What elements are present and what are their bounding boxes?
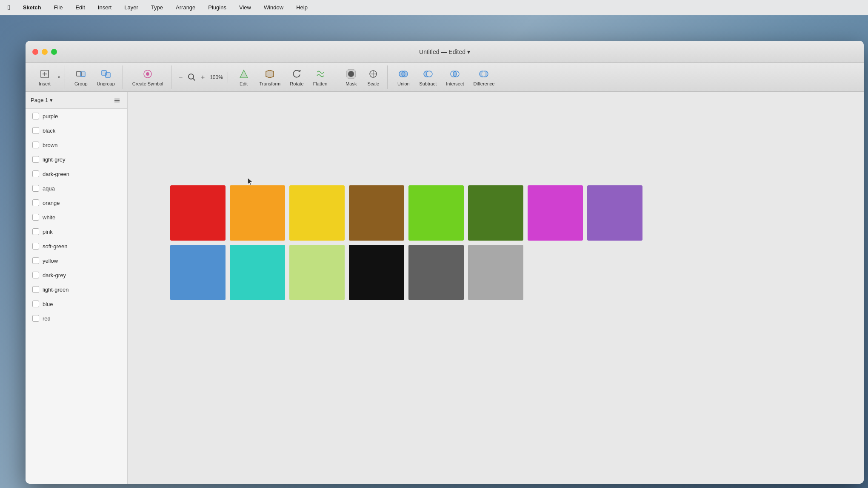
zoom-plus-button[interactable]: + xyxy=(199,73,207,82)
layer-item-red[interactable]: red xyxy=(26,311,127,326)
layer-checkbox-light-grey[interactable] xyxy=(32,156,39,163)
layer-name-dark-grey: dark-grey xyxy=(43,272,66,278)
swatch-pink[interactable] xyxy=(528,185,583,241)
swatch-black[interactable] xyxy=(349,245,404,300)
toolbar-group-edit: Edit Transform xyxy=(230,65,336,89)
insert-dropdown-arrow[interactable]: ▾ xyxy=(56,75,61,79)
layer-checkbox-brown[interactable] xyxy=(32,142,39,148)
layer-checkbox-purple[interactable] xyxy=(32,113,39,119)
window-menu[interactable]: Window xyxy=(261,3,286,11)
ungroup-button[interactable]: Ungroup xyxy=(93,65,119,89)
layer-item-purple[interactable]: purple xyxy=(26,109,127,123)
toolbar-group-insert: Insert ▾ xyxy=(31,65,65,89)
svg-point-18 xyxy=(402,71,408,77)
layer-item-aqua[interactable]: aqua xyxy=(26,181,127,196)
svg-point-13 xyxy=(348,71,354,77)
mask-button[interactable]: Mask xyxy=(340,65,362,89)
layer-checkbox-yellow[interactable] xyxy=(32,257,39,264)
edit-button[interactable]: Edit xyxy=(233,65,254,89)
difference-button[interactable]: Difference xyxy=(469,65,499,89)
intersect-button[interactable]: Intersect xyxy=(442,65,468,89)
transform-button[interactable]: Transform xyxy=(255,65,285,89)
layer-item-soft-green[interactable]: soft-green xyxy=(26,239,127,253)
layer-item-blue[interactable]: blue xyxy=(26,297,127,311)
toolbar: Insert ▾ Group xyxy=(26,63,864,92)
plugins-menu[interactable]: Plugins xyxy=(206,3,229,11)
swatch-dark-green[interactable] xyxy=(468,185,523,241)
swatch-yellow[interactable] xyxy=(289,185,345,241)
layer-checkbox-orange[interactable] xyxy=(32,199,39,206)
scale-button[interactable]: Scale xyxy=(363,65,384,89)
canvas-area[interactable] xyxy=(128,92,864,484)
layer-checkbox-blue[interactable] xyxy=(32,301,39,307)
swatch-orange[interactable] xyxy=(230,185,285,241)
subtract-button[interactable]: Subtract xyxy=(415,65,441,89)
layer-item-white[interactable]: white xyxy=(26,210,127,224)
layer-item-pink[interactable]: pink xyxy=(26,224,127,239)
close-button[interactable] xyxy=(32,49,38,55)
subtract-icon xyxy=(422,68,434,80)
rotate-button[interactable]: Rotate xyxy=(286,65,308,89)
difference-icon xyxy=(478,68,490,80)
layer-checkbox-pink[interactable] xyxy=(32,228,39,235)
layer-item-black[interactable]: black xyxy=(26,123,127,138)
layer-checkbox-soft-green[interactable] xyxy=(32,243,39,250)
create-symbol-button[interactable]: Create Symbol xyxy=(128,65,168,89)
file-menu[interactable]: File xyxy=(51,3,65,11)
layer-list: purple black brown light-grey xyxy=(26,109,127,484)
page-selector[interactable]: Page 1 ▾ xyxy=(31,97,53,103)
window-controls xyxy=(32,49,57,55)
swatch-brown[interactable] xyxy=(349,185,404,241)
arrange-menu[interactable]: Arrange xyxy=(173,3,198,11)
sidebar-menu-button[interactable] xyxy=(112,95,122,105)
layer-item-light-grey[interactable]: light-grey xyxy=(26,152,127,167)
edit-icon xyxy=(238,68,250,80)
type-menu[interactable]: Type xyxy=(148,3,166,11)
search-icon xyxy=(187,72,197,82)
group-button[interactable]: Group xyxy=(70,65,92,89)
swatch-blue[interactable] xyxy=(170,245,226,300)
menubar:  Sketch File Edit Insert Layer Type Arr… xyxy=(0,0,868,15)
layer-checkbox-dark-grey[interactable] xyxy=(32,272,39,278)
edit-menu[interactable]: Edit xyxy=(73,3,87,11)
layer-item-dark-green[interactable]: dark-green xyxy=(26,167,127,181)
ungroup-icon xyxy=(100,68,112,80)
swatch-red[interactable] xyxy=(170,185,226,241)
swatch-lime[interactable] xyxy=(408,185,464,241)
layer-checkbox-red[interactable] xyxy=(32,315,39,322)
apple-menu[interactable]:  xyxy=(5,3,13,12)
insert-icon xyxy=(39,68,51,80)
insert-button[interactable]: Insert xyxy=(34,65,55,89)
layer-checkbox-white[interactable] xyxy=(32,214,39,221)
swatch-light-grey[interactable] xyxy=(468,245,523,300)
help-menu[interactable]: Help xyxy=(294,3,310,11)
layer-item-dark-grey[interactable]: dark-grey xyxy=(26,268,127,282)
window-title: Untitled — Edited ▾ xyxy=(419,48,470,55)
layer-checkbox-light-green[interactable] xyxy=(32,286,39,293)
layer-item-brown[interactable]: brown xyxy=(26,138,127,152)
layer-menu[interactable]: Layer xyxy=(122,3,141,11)
swatch-light-green[interactable] xyxy=(289,245,345,300)
layer-checkbox-dark-green[interactable] xyxy=(32,170,39,177)
view-menu[interactable]: View xyxy=(237,3,254,11)
maximize-button[interactable] xyxy=(51,49,57,55)
layer-name-brown: brown xyxy=(43,142,57,148)
layer-item-orange[interactable]: orange xyxy=(26,196,127,210)
swatch-aqua[interactable] xyxy=(230,245,285,300)
minimize-button[interactable] xyxy=(42,49,48,55)
zoom-minus-button[interactable]: − xyxy=(177,73,185,82)
insert-menu[interactable]: Insert xyxy=(95,3,114,11)
layer-checkbox-black[interactable] xyxy=(32,127,39,134)
union-button[interactable]: Union xyxy=(393,65,414,89)
layer-checkbox-aqua[interactable] xyxy=(32,185,39,192)
layer-item-light-green[interactable]: light-green xyxy=(26,282,127,297)
svg-rect-6 xyxy=(106,73,110,77)
flatten-button[interactable]: Flatten xyxy=(309,65,332,89)
sketch-menu[interactable]: Sketch xyxy=(20,3,44,11)
toolbar-group-mask: Mask Scale xyxy=(337,65,388,89)
swatch-dark-grey[interactable] xyxy=(408,245,464,300)
sidebar-header: Page 1 ▾ xyxy=(26,92,127,109)
layer-item-yellow[interactable]: yellow xyxy=(26,253,127,268)
layer-name-purple: purple xyxy=(43,113,58,119)
swatch-purple[interactable] xyxy=(587,185,642,241)
